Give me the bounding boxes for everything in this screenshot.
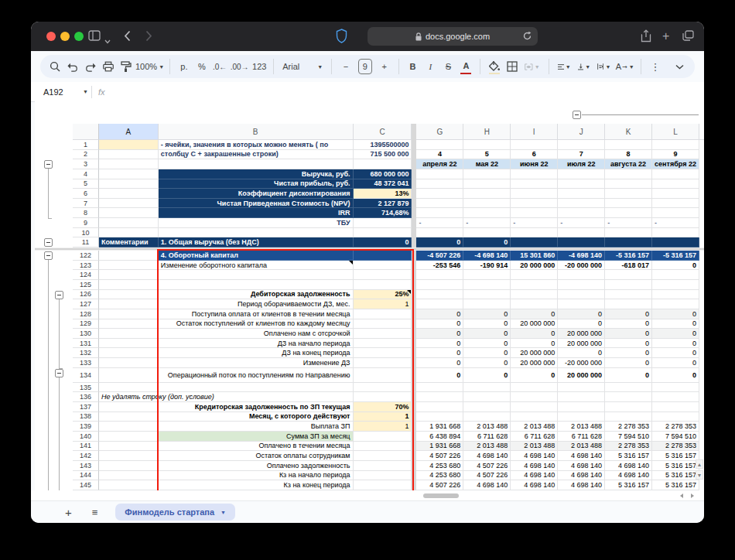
cell-B134[interactable]: Операционный поток по поступлениям по На… (159, 368, 354, 383)
cell-H139[interactable]: 2 013 488 (463, 422, 511, 432)
cell-C129[interactable] (354, 319, 412, 330)
cell-L10[interactable] (652, 228, 699, 238)
row-header-1[interactable]: 1 (73, 140, 99, 150)
cell-G129[interactable]: 0 (416, 319, 463, 330)
row-header-144[interactable]: 144 (73, 471, 99, 481)
increase-decimals-button[interactable]: .00→ (232, 59, 247, 74)
cell-A141[interactable] (99, 442, 159, 452)
cell-J142[interactable]: 4 698 140 (558, 451, 605, 461)
cell-J143[interactable]: 4 698 140 (558, 461, 605, 471)
collapse-toolbar-icon[interactable] (675, 59, 685, 74)
cell-I132[interactable]: 20 000 000 (511, 348, 558, 358)
cell-K131[interactable]: 0 (605, 339, 652, 349)
cell-C137[interactable]: 70% (354, 402, 412, 412)
column-header-A[interactable]: A (99, 124, 159, 140)
cell-K7[interactable] (605, 199, 652, 209)
cell-K9[interactable]: - (605, 218, 652, 228)
cell-L129[interactable]: 0 (652, 319, 699, 330)
bold-button[interactable]: B (407, 59, 418, 74)
cell-C5[interactable]: 48 372 041 (354, 179, 412, 190)
cell-I5[interactable] (511, 179, 558, 190)
cell-L134[interactable]: 0 (652, 368, 699, 383)
cell-A125[interactable] (99, 280, 159, 290)
cell-C133[interactable] (354, 358, 412, 368)
cell-J124[interactable] (558, 270, 605, 280)
cell-G2[interactable]: 4 (416, 150, 463, 160)
cell-J123[interactable]: -20 000 000 (558, 261, 605, 271)
column-header-K[interactable]: K (605, 124, 652, 140)
row-header-136[interactable]: 136 (73, 392, 99, 402)
cell-C144[interactable] (354, 471, 412, 481)
cell-B130[interactable]: Оплачено нам с отсрочкой (159, 329, 354, 339)
cell-B128[interactable]: Поступила оплата от клиентов в течении м… (159, 309, 354, 319)
cell-K142[interactable]: 5 316 157 (605, 451, 652, 461)
cell-J136[interactable] (558, 392, 605, 402)
url-bar[interactable]: docs.google.com (368, 27, 538, 46)
cell-B142[interactable]: Остаток оплаты сотрудникам (159, 451, 354, 461)
cell-C122[interactable] (354, 251, 412, 261)
cell-B122[interactable]: 4. Оборотный капитал (159, 251, 354, 261)
cell-J3[interactable]: июля 22 (558, 159, 605, 169)
cell-I6[interactable] (511, 189, 558, 199)
cell-B123[interactable]: Изменение оборотного капитала (159, 261, 354, 271)
cell-C130[interactable] (354, 329, 412, 339)
forward-icon[interactable] (145, 30, 152, 45)
cell-I128[interactable]: 0 (511, 309, 558, 319)
cell-K133[interactable]: 0 (605, 358, 652, 368)
paint-format-icon[interactable] (121, 59, 132, 74)
cell-L127[interactable] (652, 299, 699, 309)
cell-I130[interactable]: 0 (511, 329, 558, 339)
cell-A132[interactable] (99, 348, 159, 358)
cell-K128[interactable]: 0 (605, 309, 652, 319)
font-select[interactable]: Arial▼ (282, 59, 323, 74)
cell-A128[interactable] (99, 309, 159, 319)
cell-A142[interactable] (99, 451, 159, 461)
cell-C127[interactable]: 1 (354, 299, 412, 309)
cell-B125[interactable] (159, 280, 354, 290)
cell-B139[interactable]: Выплата ЗП (159, 422, 354, 432)
cell-C143[interactable] (354, 461, 412, 471)
cell-J134[interactable]: 20 000 000 (558, 368, 605, 383)
cell-C8[interactable]: 714,68% (354, 208, 412, 218)
cell-L135[interactable] (652, 383, 699, 393)
cell-G9[interactable]: - (416, 218, 463, 228)
add-sheet-icon[interactable]: + (65, 506, 72, 519)
cell-H1[interactable] (463, 140, 511, 150)
row-header-2[interactable]: 2 (73, 150, 99, 160)
cell-C123[interactable] (354, 261, 412, 271)
cell-H124[interactable] (463, 270, 511, 280)
cell-H141[interactable]: 2 013 488 (463, 442, 511, 452)
cell-B145[interactable]: Кз на конец периода (159, 480, 354, 490)
cell-B137[interactable]: Кредиторская задолженность по ЗП текущая (159, 402, 354, 412)
cell-I1[interactable] (511, 140, 558, 150)
new-tab-icon[interactable]: + (662, 31, 669, 41)
cell-A133[interactable] (99, 358, 159, 368)
text-rotation-icon[interactable]: A↗▼ (617, 59, 632, 74)
row-header-133[interactable]: 133 (73, 358, 99, 368)
cell-K138[interactable] (605, 412, 652, 422)
cell-I11[interactable] (511, 237, 558, 248)
cell-I138[interactable] (511, 412, 558, 422)
cell-A122[interactable] (99, 251, 159, 261)
cell-C3[interactable] (354, 159, 412, 169)
cell-J141[interactable]: 2 013 488 (558, 442, 605, 452)
row-group-collapse-button-122[interactable] (44, 251, 53, 260)
cell-B138[interactable]: Месяц, с которого действуют (159, 412, 354, 422)
cell-H130[interactable]: 0 (463, 329, 511, 339)
cell-A135[interactable] (99, 383, 159, 393)
cell-A9[interactable] (99, 218, 159, 228)
cell-I2[interactable]: 6 (511, 150, 558, 160)
cell-A136[interactable]: Не удалять строку (доп. условие) (99, 392, 159, 402)
cell-C6[interactable]: 13% (354, 189, 412, 199)
cell-I134[interactable]: 0 (511, 368, 558, 383)
row-header-4[interactable]: 4 (73, 169, 99, 179)
scroll-left-icon[interactable] (678, 492, 685, 499)
cell-B143[interactable]: Оплачено задолженность (159, 461, 354, 471)
row-group-collapse-button-126[interactable] (55, 291, 63, 299)
cell-J132[interactable]: 0 (558, 348, 605, 358)
row-header-130[interactable]: 130 (73, 329, 99, 339)
cell-G126[interactable] (416, 290, 463, 300)
cell-J6[interactable] (558, 189, 605, 199)
cell-G144[interactable]: 4 253 680 (416, 471, 463, 481)
cell-G133[interactable]: 0 (416, 358, 463, 368)
